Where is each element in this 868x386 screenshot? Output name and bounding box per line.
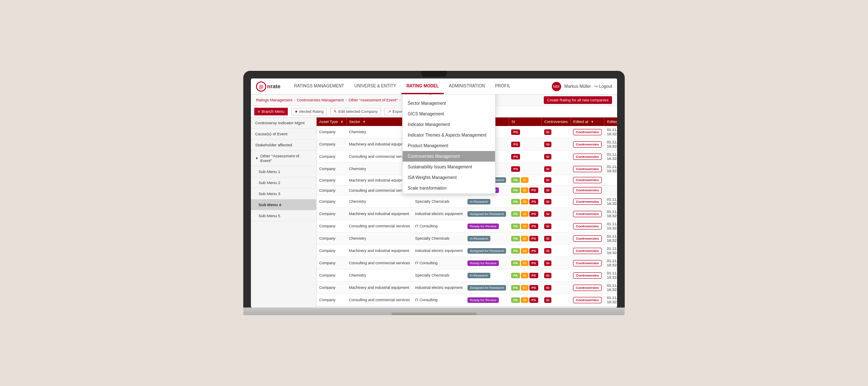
cell-si-col: SI: [542, 196, 571, 208]
cell-controversies: Controversies: [570, 232, 604, 245]
nav-administration[interactable]: ADMINISTRATION: [444, 78, 490, 94]
cell-sub-sector: Industrial electric equipment: [412, 208, 465, 220]
cell-si-col: SI: [542, 220, 571, 232]
cell-si: PACIPS: [509, 185, 541, 196]
cell-sub-sector: IT Consulting: [412, 220, 465, 232]
logo-icon: @: [256, 81, 266, 92]
dropdown-scale[interactable]: Scale transformation: [403, 183, 495, 193]
sidebar-item-sub5[interactable]: Sub Menu 5: [251, 210, 316, 221]
cell-details: Assigned for Research: [465, 282, 509, 294]
sidebar-item-controversy-indicator[interactable]: Controversy Indicator Mgmt: [251, 117, 316, 129]
selected-rating-button[interactable]: ★ elected Rating: [291, 108, 327, 115]
dropdown-sector[interactable]: Sector Management: [403, 98, 495, 109]
cell-details: Ready for Review: [465, 294, 509, 306]
table-row[interactable]: CompanyMachinery and industrial equipmen…: [317, 245, 617, 257]
cell-controversies: Controversies: [570, 138, 604, 151]
edit-icon: ✎: [334, 109, 337, 114]
sidebar-item-sub2[interactable]: Sub Menu 2: [251, 177, 316, 188]
cell-sector: Consulting and commercial services: [346, 257, 412, 269]
cell-edited-at: 01.11.2013 16:32:12: [604, 294, 617, 306]
cell-asset-type: Company: [317, 269, 346, 282]
nav-profil[interactable]: PROFIL: [490, 78, 515, 94]
cell-controversies: Controversies: [570, 208, 604, 220]
cell-si: PACI: [509, 175, 541, 185]
cell-asset-type: Company: [317, 282, 346, 294]
rating-icon: ★: [295, 109, 298, 114]
dropdown-product[interactable]: Product Management: [403, 140, 495, 151]
cell-si-col: SI: [542, 245, 571, 257]
col-controversies[interactable]: Controversies: [542, 117, 571, 126]
sidebar-item-other-assessment[interactable]: ▼ Other "Assessment of Event": [251, 151, 316, 166]
bc-other[interactable]: Other "Assessment of Event": [348, 98, 398, 102]
col-asset-type[interactable]: Asset Type ▼: [317, 117, 346, 126]
create-rating-button[interactable]: Create Rating for all new companies: [544, 96, 612, 104]
cell-si: PACIPS: [509, 220, 541, 232]
cell-sub-sector: Industrial electric equipment: [412, 245, 465, 257]
branch-menu-button[interactable]: ≡ Branch Menu: [254, 108, 288, 115]
user-name: Markus Müller: [565, 84, 591, 89]
logout-button[interactable]: ↪ Logout: [594, 84, 612, 89]
branch-menu-label: Branch Menu: [262, 109, 284, 114]
sidebar-item-sub4[interactable]: Sub Menu 4: [251, 199, 316, 210]
table-row[interactable]: CompanyChemistrySpecialty ChemicalsIn Re…: [317, 232, 617, 245]
cell-edited-at: 01.11.2013 16:32:12: [604, 282, 617, 294]
sidebar-item-causes[interactable]: Cause(s) of Event: [251, 129, 316, 140]
edit-company-button[interactable]: ✎ Edit selected Company: [330, 108, 381, 115]
branch-menu-icon: ≡: [258, 109, 260, 114]
cell-sector: Chemistry: [346, 269, 412, 282]
sidebar-item-sub1[interactable]: Sub Menu 1: [251, 166, 316, 177]
logout-label: Logout: [599, 84, 612, 89]
table-row[interactable]: CompanyConsulting and commercial service…: [317, 294, 617, 306]
bc-sep3: ›: [399, 98, 401, 102]
screen-bezel: @ nrate RATINGS MANAGEMENT UNIVERSE & EN…: [243, 71, 625, 308]
nav-ratings-management[interactable]: RATINGS MANAGEMENT: [289, 78, 349, 94]
bc-sep2: ›: [345, 98, 347, 102]
nav-right: MM Markus Müller ↪ Logout: [552, 82, 612, 91]
table-row[interactable]: CompanyChemistrySpecialty ChemicalsIn Re…: [317, 269, 617, 282]
cell-sub-sector: Specialty Chemicals: [412, 269, 465, 282]
sidebar-item-stakeholder[interactable]: Stakeholder affected: [251, 140, 316, 151]
dropdown-gics[interactable]: GICS Management: [403, 109, 495, 119]
bc-controversies[interactable]: Controversies Management: [297, 98, 344, 102]
cell-sub-sector: Industrial electric equipment: [412, 282, 465, 294]
cell-edited-at: 01.11.2013 16:32:12: [604, 257, 617, 269]
nav-rating-model[interactable]: RATING MODEL: [401, 78, 444, 94]
cell-edited-at: 01.11.2013 16:32:12: [604, 208, 617, 220]
filter-icon-asset: ▼: [340, 120, 344, 124]
edit-company-label: Edit selected Company: [338, 109, 378, 114]
cell-si-col: SI: [542, 185, 571, 196]
col-edited-by[interactable]: Edited by ▼: [604, 117, 617, 126]
cell-si-col: SI: [542, 269, 571, 282]
cell-controversies: Controversies: [570, 294, 604, 306]
bc-ratings[interactable]: Ratings Management: [256, 98, 292, 102]
dropdown-isa-weights[interactable]: ISA Weights Management: [403, 172, 495, 183]
dropdown-sustainability[interactable]: Sustainability Issues Management: [403, 162, 495, 172]
cell-si: PACIPS: [509, 294, 541, 306]
cell-si: PACIPS: [509, 245, 541, 257]
cell-si: PACIPS: [509, 269, 541, 282]
table-row[interactable]: CompanyMachinery and industrial equipmen…: [317, 282, 617, 294]
cell-si: PS: [509, 126, 541, 138]
table-row[interactable]: CompanyMachinery and industrial equipmen…: [317, 208, 617, 220]
cell-si-col: SI: [542, 138, 571, 151]
cell-controversies: Controversies: [570, 163, 604, 175]
sidebar-item-sub3[interactable]: Sub Menu 3: [251, 188, 316, 199]
cell-edited-at: [604, 185, 617, 196]
cell-si: PACIPS: [509, 208, 541, 220]
cell-details: In Research: [465, 232, 509, 245]
cell-controversies: Controversies: [570, 185, 604, 196]
dropdown-themes[interactable]: Indicator Themes & Aspects Management: [403, 130, 495, 140]
sidebar: Controversy Indicator Mgmt Cause(s) of E…: [251, 117, 317, 308]
table-row[interactable]: CompanyConsulting and commercial service…: [317, 257, 617, 269]
laptop-shell: @ nrate RATINGS MANAGEMENT UNIVERSE & EN…: [243, 71, 625, 315]
table-row[interactable]: CompanyConsulting and commercial service…: [317, 220, 617, 232]
cell-sub-sector: Specialty Chemicals: [412, 196, 465, 208]
dropdown-controversies[interactable]: Controversies Management: [403, 151, 495, 162]
table-row[interactable]: CompanyChemistrySpecialty ChemicalsIn Re…: [317, 196, 617, 208]
col-edited-at[interactable]: Edited at ▼: [570, 117, 604, 126]
nav-universe-entity[interactable]: UNIVERSE & ENTITY: [349, 78, 401, 94]
dropdown-indicator[interactable]: Indicator Management: [403, 119, 495, 130]
dropdown-menu: IBAC Management Sector Management GICS M…: [402, 87, 495, 194]
col-si[interactable]: SI: [509, 117, 541, 126]
cell-sub-sector: IT Consulting: [412, 294, 465, 306]
